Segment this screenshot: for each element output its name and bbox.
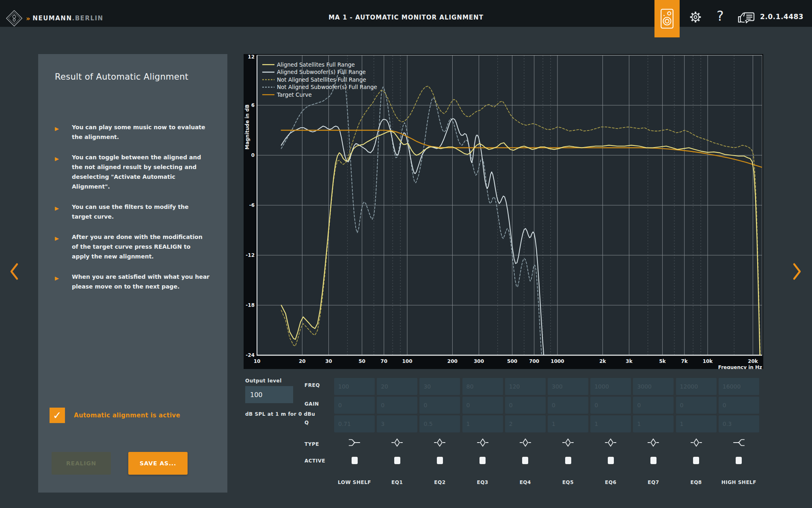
eq-cell-gain-eq5[interactable]: 0 <box>548 397 588 414</box>
eq-cell-q-eq8[interactable]: 1 <box>676 415 717 432</box>
svg-text:20k: 20k <box>748 358 758 364</box>
svg-text:6: 6 <box>251 102 255 108</box>
output-level-input[interactable] <box>245 386 293 403</box>
bullet-triangle-icon: ▶ <box>55 234 59 243</box>
eq-band-label-eq5: EQ5 <box>548 480 588 485</box>
legend-label: Aligned Satellites Full Range <box>277 61 355 68</box>
eq-active-checkbox-eq3[interactable] <box>479 457 486 464</box>
svg-text:-12: -12 <box>246 252 255 258</box>
eq-cell-q-low-shelf[interactable]: 0.71 <box>334 415 375 432</box>
eq-cell-gain-eq1[interactable]: 0 <box>377 397 417 414</box>
eq-cell-q-eq1[interactable]: 3 <box>377 415 417 432</box>
peak-filter-icon <box>519 438 532 447</box>
eq-cell-gain-low-shelf[interactable]: 0 <box>334 397 375 414</box>
eq-cell-q-eq6[interactable]: 1 <box>590 415 631 432</box>
eq-type-eq2[interactable] <box>419 438 460 448</box>
peak-filter-icon <box>433 438 446 447</box>
instruction-panel: Result of Automatic Alignment ▶You can p… <box>38 54 227 493</box>
output-level-label: Output level <box>245 378 282 384</box>
eq-band-label-eq3: EQ3 <box>462 480 503 485</box>
instruction-item: ▶When you are satisfied with what you he… <box>55 272 210 291</box>
eq-cell-q-eq2[interactable]: 0.5 <box>419 415 460 432</box>
automatic-alignment-label: Automatic alignment is active <box>74 412 180 419</box>
eq-band-label-eq6: EQ6 <box>590 480 631 485</box>
eq-active-checkbox-eq8[interactable] <box>693 457 699 464</box>
legend-label: Not Aligned Satellites Full Range <box>277 76 366 83</box>
instruction-item: ▶After you are done with the modificatio… <box>55 232 210 261</box>
instruction-item: ▶You can play some music now to evaluate… <box>55 122 210 142</box>
eq-type-eq4[interactable] <box>505 438 546 448</box>
eq-cell-gain-eq4[interactable]: 0 <box>505 397 546 414</box>
eq-cell-freq-eq4[interactable]: 120 <box>505 378 546 395</box>
eq-cell-freq-eq2[interactable]: 30 <box>419 378 460 395</box>
save-as-button[interactable]: SAVE AS... <box>128 452 188 475</box>
eq-cell-gain-eq2[interactable]: 0 <box>419 397 460 414</box>
eq-type-eq5[interactable] <box>548 438 588 448</box>
y-axis-label: Magnitude in dB <box>244 104 250 150</box>
eq-cell-freq-eq8[interactable]: 12000 <box>676 378 717 395</box>
eq-active-row-eq3 <box>462 457 503 464</box>
eq-cell-gain-eq6[interactable]: 0 <box>590 397 631 414</box>
eq-type-high-shelf[interactable] <box>719 438 759 448</box>
question-mark-icon: ? <box>717 8 724 24</box>
eq-active-checkbox-eq4[interactable] <box>522 457 528 464</box>
eq-row-label-q: Q <box>304 420 309 426</box>
eq-type-eq6[interactable] <box>590 438 631 448</box>
eq-active-checkbox-eq7[interactable] <box>650 457 657 464</box>
eq-cell-freq-low-shelf[interactable]: 100 <box>334 378 375 395</box>
eq-cell-freq-eq5[interactable]: 300 <box>548 378 588 395</box>
peak-filter-icon <box>476 438 489 447</box>
feedback-thumbs-up-icon <box>736 10 756 26</box>
eq-type-eq8[interactable] <box>676 438 717 448</box>
panel-title: Result of Automatic Alignment <box>55 72 188 82</box>
svg-text:12: 12 <box>248 54 255 60</box>
eq-cell-q-eq5[interactable]: 1 <box>548 415 588 432</box>
eq-active-row-eq6 <box>590 457 631 464</box>
svg-text:50: 50 <box>358 358 365 364</box>
eq-cell-gain-high-shelf[interactable]: 0 <box>719 397 759 414</box>
eq-cell-q-high-shelf[interactable]: 0.3 <box>719 415 759 432</box>
magnitude-response-chart: 102030507010020030050070010002k3k5k7k10k… <box>244 54 763 369</box>
eq-cell-q-eq7[interactable]: 1 <box>633 415 674 432</box>
svg-text:200: 200 <box>447 358 458 364</box>
eq-cell-gain-eq8[interactable]: 0 <box>676 397 717 414</box>
eq-active-checkbox-high-shelf[interactable] <box>736 457 742 464</box>
automatic-alignment-checkbox[interactable]: ✓ <box>50 408 65 423</box>
eq-active-checkbox-low-shelf[interactable] <box>352 457 358 464</box>
previous-page-button[interactable] <box>8 263 20 280</box>
help-button[interactable]: ? <box>717 8 724 24</box>
chevron-right-icon <box>791 263 803 280</box>
eq-type-low-shelf[interactable] <box>334 438 375 448</box>
monitor-setup-button[interactable] <box>654 0 680 37</box>
chevron-left-icon <box>8 263 20 280</box>
eq-cell-gain-eq7[interactable]: 0 <box>633 397 674 414</box>
realign-button[interactable]: REALIGN <box>52 452 111 475</box>
svg-text:20: 20 <box>299 358 306 364</box>
feedback-button[interactable] <box>736 10 756 28</box>
eq-active-checkbox-eq6[interactable] <box>608 457 614 464</box>
output-level-unit: dB SPL at 1 m for 0 dBu <box>245 411 315 417</box>
eq-type-eq1[interactable] <box>377 438 417 448</box>
eq-active-checkbox-eq5[interactable] <box>565 457 571 464</box>
svg-text:700: 700 <box>529 358 539 364</box>
eq-active-row-eq8 <box>676 457 717 464</box>
eq-active-checkbox-eq2[interactable] <box>437 457 443 464</box>
eq-cell-gain-eq3[interactable]: 0 <box>462 397 503 414</box>
eq-type-eq3[interactable] <box>462 438 503 448</box>
eq-cell-freq-eq7[interactable]: 3000 <box>633 378 674 395</box>
eq-cell-freq-eq6[interactable]: 1000 <box>590 378 631 395</box>
next-page-button[interactable] <box>791 263 803 280</box>
settings-button[interactable] <box>688 9 703 26</box>
eq-type-eq7[interactable] <box>633 438 674 448</box>
eq-active-checkbox-eq1[interactable] <box>394 457 400 464</box>
svg-text:7k: 7k <box>681 358 688 364</box>
eq-cell-freq-eq3[interactable]: 80 <box>462 378 503 395</box>
eq-cell-q-eq3[interactable]: 1 <box>462 415 503 432</box>
svg-text:-24: -24 <box>246 352 255 358</box>
eq-active-row-eq1 <box>377 457 417 464</box>
eq-active-row-high-shelf <box>719 457 759 464</box>
eq-cell-q-eq4[interactable]: 2 <box>505 415 546 432</box>
eq-cell-freq-high-shelf[interactable]: 16000 <box>719 378 759 395</box>
eq-cell-freq-eq1[interactable]: 20 <box>377 378 417 395</box>
eq-row-label-gain: GAIN <box>304 401 319 407</box>
